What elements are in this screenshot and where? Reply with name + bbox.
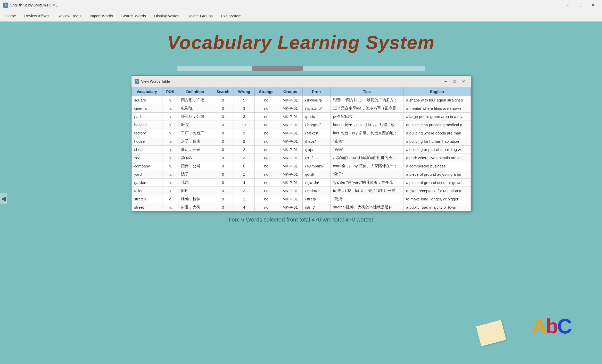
cell-groups: MK-P-01 [278, 170, 302, 179]
cell-vocabulary: park [131, 113, 162, 121]
cell-pos: n. [162, 203, 178, 211]
col-strange[interactable]: Strange [254, 87, 278, 96]
cell-strange: no [254, 146, 278, 154]
menu-review-roots[interactable]: Review Roots [54, 12, 85, 20]
col-vocabulary[interactable]: Vocabulary [131, 87, 162, 96]
menu-display-words[interactable]: Display-Words [151, 12, 183, 20]
cell-groups: MK-P-01 [278, 104, 302, 113]
words-minimize-button[interactable]: ─ [442, 78, 450, 85]
col-groups[interactable]: Groups [278, 87, 302, 96]
words-window-icon: ✎ [135, 79, 139, 84]
cell-pron: /jɑːd/ [302, 170, 330, 179]
cell-search: 0 [212, 146, 234, 154]
cell-vocabulary: house [131, 137, 162, 146]
cell-pron: /pɑːk/ [302, 113, 330, 121]
cell-tips: com-全，pany-陪你。大家陪伴在一； [330, 162, 403, 170]
cell-search: 0 [212, 121, 234, 129]
menu-exit-system[interactable]: Exit-System [217, 12, 245, 20]
menu-delete-groups[interactable]: Delete-Groups [184, 12, 216, 20]
cell-vocabulary: cinema [131, 104, 162, 113]
cell-groups: MK-P-01 [278, 146, 302, 154]
cell-definition: 院子 [178, 170, 212, 179]
col-definition[interactable]: Definition [178, 87, 212, 96]
cell-groups: MK-P-01 [278, 96, 302, 104]
table-row[interactable]: park n. 停车场，公园 0 3 no MK-P-01 /pɑːk/ p-停… [131, 113, 471, 121]
cell-wrong: 5 [234, 96, 255, 104]
status-text: tion: 5 Words selected from total 470 wm… [229, 216, 373, 223]
menu-review-affixes[interactable]: Review Affixes [21, 12, 53, 20]
cell-definition: 医院 [178, 121, 212, 129]
cell-english: a building where goods are man [403, 129, 471, 137]
words-window-title-left: ✎ View Words Table [135, 79, 170, 84]
table-row[interactable]: street n. 街道，大街 0 4 no MK-P-01 /striːt/ … [131, 203, 471, 211]
cell-tips: to-去，i-我，let-让。去了我出让一些 [330, 187, 403, 195]
cell-pron: /haʊs/ [302, 137, 330, 146]
cell-definition: 延伸，拉伸 [178, 195, 212, 203]
cell-pron: /ʃɒp/ [302, 146, 330, 154]
scroll-area[interactable] [177, 66, 425, 71]
menu-search-words[interactable]: Search-Words [118, 12, 150, 20]
cell-search: 0 [212, 162, 234, 170]
cell-search: 0 [212, 154, 234, 162]
cell-pos: n. [162, 170, 178, 179]
cell-wrong: 4 [234, 203, 255, 211]
table-row[interactable]: zoo n. 动物园 0 3 no MK-P-01 /zuː/ z-动物们，oo… [131, 154, 471, 162]
col-tips[interactable]: Tips [330, 87, 403, 96]
cell-wrong: 2 [234, 146, 255, 154]
table-row[interactable]: company n. 陪伴，公司 0 0 no MK-P-01 /ˈkʌmpən… [131, 162, 471, 170]
col-pos[interactable]: POS [162, 87, 178, 96]
cell-pos: n. [162, 187, 178, 195]
cell-english: a large public green area in a tov [403, 113, 471, 121]
cell-wrong: 3 [234, 104, 255, 113]
minimize-button[interactable]: ─ [561, 1, 573, 9]
table-row[interactable]: hospital n. 医院 0 11 no MK-P-01 /ˈhɒspɪtl… [131, 121, 471, 129]
cell-tips: "garden"是"yard"的升级版，更多花 [330, 179, 403, 187]
cell-english: an institution providing medical a [403, 121, 471, 129]
cell-english: a piece of ground adjoining a bu [403, 170, 471, 179]
cell-search: 0 [212, 179, 234, 187]
menu-home[interactable]: Home [2, 12, 20, 20]
cell-definition: 陪伴，公司 [178, 162, 212, 170]
cell-tips: "院子" [330, 170, 403, 179]
cell-pos: n. [162, 104, 178, 113]
table-row[interactable]: yard n. 院子 0 1 no MK-P-01 /jɑːd/ "院子" a … [131, 170, 471, 179]
cell-definition: 工厂，制造厂 [178, 129, 212, 137]
table-row[interactable]: garden n. 花园 0 4 no MK-P-01 /ˈɡɑːdn/ "ga… [131, 179, 471, 187]
cell-tips: 三个元音字母iea，倒序书写（正序是 [330, 104, 403, 113]
table-row[interactable]: toilet n. 厕所 0 3 no MK-P-01 /ˈtɔɪlət/ to… [131, 187, 471, 195]
table-row[interactable]: square n. 四方形，广场 0 5 no MK-P-01 /skweə(r… [131, 96, 471, 104]
cell-pos: v. [162, 195, 178, 203]
table-row[interactable]: stretch v. 延伸，拉伸 0 1 no MK-P-01 /stretʃ/… [131, 195, 471, 203]
maximize-button[interactable]: □ [574, 1, 586, 9]
words-close-button[interactable]: ✕ [459, 78, 468, 85]
cell-vocabulary: zoo [131, 154, 162, 162]
app-icon: ✎ [3, 3, 8, 8]
cell-wrong: 3 [234, 113, 255, 121]
cell-pos: n. [162, 179, 178, 187]
cell-strange: no [254, 179, 278, 187]
cell-strange: no [254, 187, 278, 195]
col-pron[interactable]: Pron [302, 87, 330, 96]
scroll-thumb [252, 66, 303, 71]
cell-tips: stretch-延伸。大街的本性就是延伸 [330, 203, 403, 211]
words-table-container[interactable]: Vocabulary POS Definition Search Wrong S… [131, 87, 471, 211]
words-maximize-button[interactable]: □ [451, 78, 459, 85]
cell-definition: 停车场，公园 [178, 113, 212, 121]
abc-a: A [532, 315, 546, 338]
col-english[interactable]: English [403, 87, 471, 96]
cell-definition: 房子，住宅 [178, 137, 212, 146]
cell-groups: MK-P-01 [278, 137, 302, 146]
cell-pron: /striːt/ [302, 203, 330, 211]
table-row[interactable]: house n. 房子，住宅 0 2 no MK-P-01 /haʊs/ "豪宅… [131, 137, 471, 146]
menu-import-words[interactable]: Import-Words [86, 12, 117, 20]
cell-strange: no [254, 170, 278, 179]
cell-wrong: 3 [234, 129, 255, 137]
col-wrong[interactable]: Wrong [234, 87, 255, 96]
close-button[interactable]: ✕ [587, 1, 599, 9]
table-row[interactable]: factory n. 工厂，制造厂 0 3 no MK-P-01 /ˈfæktr… [131, 129, 471, 137]
col-search[interactable]: Search [212, 87, 234, 96]
table-row[interactable]: cinema n. 电影院 0 3 no MK-P-01 /ˈsɪnəmə/ 三… [131, 104, 471, 113]
table-row[interactable]: shop n. 商店，商铺 0 2 no MK-P-01 /ʃɒp/ "商铺" … [131, 146, 471, 154]
cell-english: to make long, longer, or bigger [403, 195, 471, 203]
cell-groups: MK-P-01 [278, 113, 302, 121]
